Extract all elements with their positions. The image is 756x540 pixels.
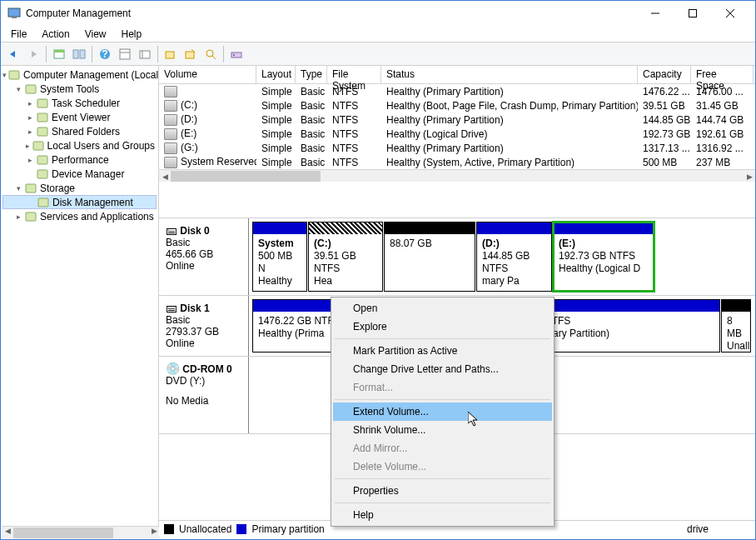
scroll-left-icon[interactable]: ◀	[159, 170, 171, 182]
clock-icon	[36, 97, 49, 110]
expand-toggle-icon[interactable]: ▸	[26, 127, 35, 136]
tree-item-device-manager[interactable]: Device Manager	[2, 167, 157, 181]
tree-item-system-tools[interactable]: ▾System Tools	[2, 82, 157, 96]
close-button[interactable]	[711, 2, 749, 25]
menu-item-properties[interactable]: Properties	[333, 482, 552, 500]
menu-item-change-drive-letter-and-paths[interactable]: Change Drive Letter and Paths...	[333, 360, 552, 378]
menu-item-format: Format...	[333, 378, 552, 397]
expand-toggle-icon[interactable]: ▾	[14, 183, 23, 192]
minimize-button[interactable]	[636, 2, 674, 25]
toolbar: ?	[1, 42, 755, 66]
volume-row[interactable]: (E:)SimpleBasicNTFSHealthy (Logical Driv…	[159, 127, 755, 141]
menu-item-extend-volume[interactable]: Extend Volume...	[333, 402, 552, 421]
expand-toggle-icon[interactable]: ▸	[26, 141, 31, 150]
partition-D[interactable]: (D:)144.85 GB NTFSmary Pa	[476, 222, 552, 292]
expand-toggle-icon[interactable]: ▸	[26, 112, 35, 122]
tree-hscrollbar[interactable]: ◀ ▶	[2, 526, 160, 538]
partition-E[interactable]: (E:)192.73 GB NTFSHealthy (Logical D	[553, 222, 654, 292]
expand-toggle-icon[interactable]: ▾	[14, 84, 23, 93]
partition-System[interactable]: System500 MB NHealthy	[252, 222, 307, 292]
volume-list[interactable]: Volume Layout Type File System Status Ca…	[159, 66, 755, 218]
partition-unallocated[interactable]: 88.07 GB	[384, 222, 475, 292]
tree-item-services-and-applications[interactable]: ▸Services and Applications	[2, 209, 157, 223]
tree-item-label: Services and Applications	[40, 211, 154, 222]
partition-context-menu[interactable]: OpenExploreMark Partition as ActiveChang…	[331, 297, 555, 527]
expand-toggle-icon[interactable]: ▾	[2, 70, 7, 79]
toolbar-icon-3[interactable]	[116, 45, 134, 63]
disk-icon: 🖴	[166, 223, 177, 237]
menu-help[interactable]: Help	[115, 27, 149, 42]
tree-item-event-viewer[interactable]: ▸Event Viewer	[2, 110, 157, 124]
col-volume[interactable]: Volume	[159, 66, 256, 83]
tree-item-local-users-and-groups[interactable]: ▸Local Users and Groups	[2, 138, 157, 152]
menu-item-shrink-volume[interactable]: Shrink Volume...	[333, 421, 552, 439]
tree-item-computer-management-local[interactable]: ▾Computer Management (Local	[2, 68, 157, 82]
menu-action[interactable]: Action	[35, 27, 76, 42]
volume-list-hscrollbar[interactable]: ◀ ▶	[159, 169, 755, 182]
toolbar-icon-8[interactable]	[227, 45, 246, 63]
cdrom-info[interactable]: 💿 CD-ROM 0 DVD (Y:) No Media	[159, 357, 249, 433]
svg-rect-8	[73, 50, 78, 58]
svg-rect-20	[231, 52, 241, 58]
menu-separator	[335, 502, 550, 503]
volume-row[interactable]: SimpleBasicNTFSHealthy (Primary Partitio…	[159, 84, 755, 98]
tree-item-shared-folders[interactable]: ▸Shared Folders	[2, 124, 157, 138]
back-button[interactable]	[4, 45, 22, 63]
tree-item-label: Shared Folders	[52, 126, 120, 138]
scroll-thumb[interactable]	[171, 171, 321, 182]
svg-rect-17	[186, 52, 194, 58]
expand-toggle-icon[interactable]: ▸	[26, 98, 35, 108]
partition-C[interactable]: (C:)39.51 GB NTFSHea	[308, 222, 383, 292]
menu-view[interactable]: View	[78, 27, 113, 42]
toolbar-icon-1[interactable]	[50, 45, 68, 63]
toolbar-icon-6[interactable]	[182, 45, 200, 63]
tree-item-performance[interactable]: ▸Performance	[2, 152, 157, 167]
volume-row[interactable]: System ReservedSimpleBasicNTFSHealthy (S…	[159, 155, 755, 169]
col-layout[interactable]: Layout	[256, 66, 296, 83]
volume-row[interactable]: (D:)SimpleBasicNTFSHealthy (Primary Part…	[159, 112, 755, 127]
tree-item-task-scheduler[interactable]: ▸Task Scheduler	[2, 96, 157, 110]
col-capacity[interactable]: Capacity	[638, 66, 691, 83]
navigation-tree[interactable]: ▾Computer Management (Local▾System Tools…	[1, 66, 159, 537]
storage-icon	[24, 182, 37, 195]
disk-0-info[interactable]: 🖴 Disk 0 Basic 465.66 GB Online	[159, 218, 249, 295]
menu-item-open[interactable]: Open	[333, 299, 552, 318]
scroll-right-icon[interactable]: ▶	[744, 170, 755, 182]
tree-item-storage[interactable]: ▾Storage	[2, 181, 157, 195]
toolbar-icon-4[interactable]	[136, 45, 154, 63]
volume-row[interactable]: (G:)SimpleBasicNTFSHealthy (Primary Part…	[159, 141, 755, 155]
svg-rect-22	[9, 71, 19, 79]
disk-1-info[interactable]: 🖴 Disk 1 Basic 2793.37 GB Online	[159, 296, 249, 356]
disk-0-name: Disk 0	[180, 225, 209, 237]
menu-item-mark-partition-as-active[interactable]: Mark Partition as Active	[333, 342, 552, 360]
forward-button[interactable]	[24, 45, 42, 63]
partition-unallocated[interactable]: NTFSmary Partition)	[539, 299, 720, 352]
menu-item-explore[interactable]: Explore	[333, 318, 552, 336]
svg-rect-0	[8, 8, 20, 17]
expand-toggle-icon[interactable]: ▸	[26, 155, 35, 164]
col-free-space[interactable]: Free Space	[691, 66, 754, 83]
svg-rect-3	[689, 10, 696, 18]
col-type[interactable]: Type	[296, 66, 327, 83]
volume-list-header[interactable]: Volume Layout Type File System Status Ca…	[159, 66, 755, 84]
menu-file[interactable]: File	[4, 27, 33, 42]
partition-unallocated[interactable]: 8 MBUnall	[721, 299, 751, 352]
tree-item-label: Event Viewer	[52, 112, 110, 123]
expand-toggle-icon[interactable]: ▸	[14, 212, 23, 221]
expand-toggle-icon[interactable]	[27, 198, 36, 207]
col-status[interactable]: Status	[381, 66, 638, 83]
tree-item-label: Local Users and Groups	[47, 140, 155, 152]
svg-text:?: ?	[102, 48, 107, 60]
volume-row[interactable]: (C:)SimpleBasicNTFSHealthy (Boot, Page F…	[159, 98, 755, 112]
help-icon[interactable]: ?	[96, 45, 114, 63]
toolbar-icon-7[interactable]	[201, 45, 220, 63]
expand-toggle-icon[interactable]	[26, 169, 35, 178]
toolbar-icon-5[interactable]	[162, 45, 180, 63]
menu-item-help[interactable]: Help	[333, 506, 552, 524]
maximize-button[interactable]	[674, 2, 711, 25]
col-filesystem[interactable]: File System	[327, 66, 381, 83]
svg-line-19	[212, 56, 216, 59]
tree-item-disk-management[interactable]: Disk Management	[2, 195, 157, 209]
toolbar-icon-2[interactable]	[70, 45, 88, 63]
partition-body: (E:)192.73 GB NTFSHealthy (Logical D	[554, 234, 654, 291]
